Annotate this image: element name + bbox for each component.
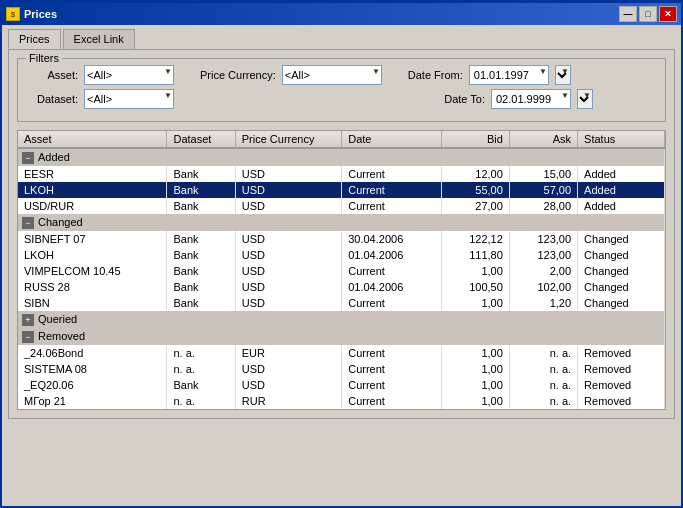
window-controls: — □ ✕: [619, 6, 677, 22]
table-row[interactable]: VIMPELCOM 10.45BankUSDCurrent1,002,00Cha…: [18, 263, 665, 279]
cell-asset: МГор 21: [18, 393, 167, 409]
cell-dataset: Bank: [167, 182, 235, 198]
table-group-row[interactable]: −Changed: [18, 214, 665, 231]
table-row[interactable]: _EQ20.06BankUSDCurrent1,00n. a.Removed: [18, 377, 665, 393]
asset-select-wrapper: <All>: [84, 65, 174, 85]
date-to-dropdown-wrapper: [577, 89, 593, 109]
cell-status: Removed: [578, 377, 665, 393]
table-row[interactable]: SIBNBankUSDCurrent1,001,20Changed: [18, 295, 665, 311]
window-icon: $: [6, 7, 20, 21]
cell-ask: 1,20: [509, 295, 577, 311]
price-currency-select-wrapper: <All>: [282, 65, 382, 85]
cell-status: Added: [578, 198, 665, 214]
cell-status: Changed: [578, 247, 665, 263]
table-row[interactable]: SIBNEFT 07BankUSD30.04.2006122,12123,00C…: [18, 231, 665, 247]
title-bar: $ Prices — □ ✕: [2, 3, 681, 25]
price-currency-select[interactable]: <All>: [282, 65, 382, 85]
cell-currency: USD: [235, 279, 341, 295]
group-name-label: Removed: [38, 330, 85, 342]
cell-asset: LKOH: [18, 247, 167, 263]
collapse-icon[interactable]: −: [22, 152, 34, 164]
date-to-calendar[interactable]: [577, 89, 593, 109]
col-header-dataset: Dataset: [167, 131, 235, 148]
cell-bid: 100,50: [441, 279, 509, 295]
cell-bid: 122,12: [441, 231, 509, 247]
table-row[interactable]: LKOHBankUSD01.04.2006111,80123,00Changed: [18, 247, 665, 263]
table-row[interactable]: МГор 21n. a.RURCurrent1,00n. a.Removed: [18, 393, 665, 409]
cell-status: Changed: [578, 231, 665, 247]
cell-ask: 15,00: [509, 166, 577, 182]
date-from-input[interactable]: [469, 65, 549, 85]
table-row[interactable]: RUSS 28BankUSD01.04.2006100,50102,00Chan…: [18, 279, 665, 295]
cell-dataset: Bank: [167, 231, 235, 247]
filters-row-2: Dataset: <All> Date To:: [28, 89, 655, 109]
cell-date: 01.04.2006: [342, 247, 441, 263]
cell-ask: n. a.: [509, 393, 577, 409]
table-body: −AddedEESRBankUSDCurrent12,0015,00AddedL…: [18, 148, 665, 409]
cell-currency: USD: [235, 198, 341, 214]
table-group-row[interactable]: −Removed: [18, 328, 665, 345]
cell-status: Removed: [578, 345, 665, 361]
maximize-button[interactable]: □: [639, 6, 657, 22]
cell-date: Current: [342, 345, 441, 361]
dataset-select[interactable]: <All>: [84, 89, 174, 109]
collapse-icon[interactable]: −: [22, 217, 34, 229]
cell-date: Current: [342, 393, 441, 409]
minimize-button[interactable]: —: [619, 6, 637, 22]
cell-asset: VIMPELCOM 10.45: [18, 263, 167, 279]
cell-asset: SIBN: [18, 295, 167, 311]
asset-select[interactable]: <All>: [84, 65, 174, 85]
cell-asset: USD/RUR: [18, 198, 167, 214]
cell-bid: 1,00: [441, 393, 509, 409]
dataset-label: Dataset:: [28, 93, 78, 105]
collapse-icon[interactable]: −: [22, 331, 34, 343]
window-content: Prices Excel Link Filters Asset: <All> P…: [2, 25, 681, 423]
cell-currency: RUR: [235, 393, 341, 409]
cell-status: Removed: [578, 361, 665, 377]
date-from-calendar[interactable]: [555, 65, 571, 85]
cell-status: Changed: [578, 279, 665, 295]
expand-icon[interactable]: +: [22, 314, 34, 326]
tab-prices[interactable]: Prices: [8, 29, 61, 49]
table-row[interactable]: EESRBankUSDCurrent12,0015,00Added: [18, 166, 665, 182]
cell-ask: 102,00: [509, 279, 577, 295]
price-currency-label: Price Currency:: [200, 69, 276, 81]
cell-date: Current: [342, 263, 441, 279]
filters-row-1: Asset: <All> Price Currency: <All> Date …: [28, 65, 655, 85]
close-button[interactable]: ✕: [659, 6, 677, 22]
cell-currency: USD: [235, 182, 341, 198]
cell-currency: USD: [235, 247, 341, 263]
table-row[interactable]: USD/RURBankUSDCurrent27,0028,00Added: [18, 198, 665, 214]
cell-status: Changed: [578, 295, 665, 311]
cell-asset: EESR: [18, 166, 167, 182]
cell-date: Current: [342, 361, 441, 377]
cell-ask: 28,00: [509, 198, 577, 214]
table-row[interactable]: _24.06Bondn. a.EURCurrent1,00n. a.Remove…: [18, 345, 665, 361]
cell-bid: 27,00: [441, 198, 509, 214]
cell-currency: USD: [235, 361, 341, 377]
cell-dataset: Bank: [167, 198, 235, 214]
cell-currency: USD: [235, 166, 341, 182]
cell-currency: EUR: [235, 345, 341, 361]
main-window: $ Prices — □ ✕ Prices Excel Link Filters…: [0, 0, 683, 508]
prices-table: Asset Dataset Price Currency Date Bid As…: [18, 131, 665, 409]
cell-dataset: Bank: [167, 263, 235, 279]
cell-dataset: Bank: [167, 295, 235, 311]
tab-content: Filters Asset: <All> Price Currency: <Al…: [8, 49, 675, 419]
cell-ask: 2,00: [509, 263, 577, 279]
date-to-input[interactable]: [491, 89, 571, 109]
cell-ask: n. a.: [509, 361, 577, 377]
table-row[interactable]: LKOHBankUSDCurrent55,0057,00Added: [18, 182, 665, 198]
date-to-wrapper: [491, 89, 571, 109]
filters-legend: Filters: [26, 52, 62, 64]
table-group-row[interactable]: +Queried: [18, 311, 665, 328]
table-group-row[interactable]: −Added: [18, 148, 665, 166]
cell-date: 30.04.2006: [342, 231, 441, 247]
cell-ask: n. a.: [509, 345, 577, 361]
tab-excel-link[interactable]: Excel Link: [63, 29, 135, 49]
table-row[interactable]: SISTEMA 08n. a.USDCurrent1,00n. a.Remove…: [18, 361, 665, 377]
col-header-status: Status: [578, 131, 665, 148]
cell-asset: _EQ20.06: [18, 377, 167, 393]
group-name-label: Added: [38, 151, 70, 163]
cell-status: Added: [578, 166, 665, 182]
